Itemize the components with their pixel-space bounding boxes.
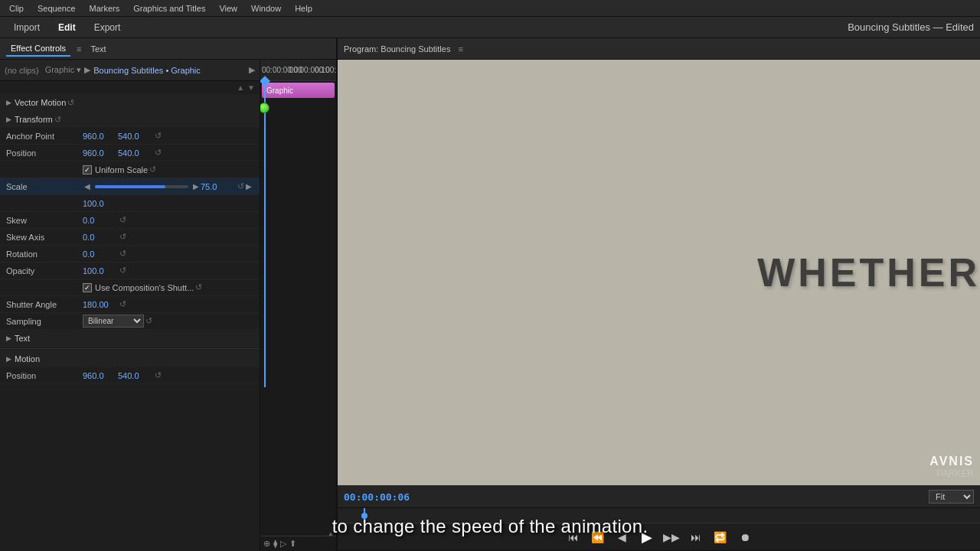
tab-text[interactable]: Text <box>86 42 110 56</box>
transport-loop[interactable]: 🔁 <box>710 527 730 547</box>
ruler-time-15: 00:00:00:15 <box>315 66 336 74</box>
scale-value[interactable]: 75.0 <box>201 182 231 191</box>
anchor-point-y[interactable]: 540.0 <box>118 132 149 141</box>
keyframe-dot[interactable] <box>260 103 270 113</box>
position-reset[interactable]: ↺ <box>155 148 162 158</box>
uniform-scale-reset[interactable]: ↺ <box>149 165 156 174</box>
skew-row: Skew 0.0 ↺ <box>0 212 260 229</box>
graphic-clip[interactable]: Graphic <box>262 83 335 98</box>
vector-motion-reset[interactable]: ↺ <box>67 98 74 108</box>
rotation-row: Rotation 0.0 ↺ <box>0 246 260 262</box>
sampling-row: Sampling Bilinear Bicubic ↺ <box>0 313 260 330</box>
transform-reset[interactable]: ↺ <box>54 115 61 125</box>
skew-label: Skew <box>6 216 83 225</box>
opacity-row: Opacity 100.0 ↺ <box>0 262 260 279</box>
anchor-point-x[interactable]: 960.0 <box>83 132 113 141</box>
use-composition-reset[interactable]: ↺ <box>195 282 202 292</box>
watermark: AVNIS PARKER <box>929 455 974 479</box>
bottom-position-y[interactable]: 540.0 <box>118 371 149 380</box>
transport-play-back[interactable]: ◀ <box>612 527 632 547</box>
shutter-angle-reset[interactable]: ↺ <box>119 299 126 309</box>
graphic-clip-label: Graphic <box>266 86 293 95</box>
monitor-timecode[interactable]: 00:00:00:06 <box>344 491 413 503</box>
text-header[interactable]: ▶ Text <box>0 330 260 347</box>
position-y[interactable]: 540.0 <box>118 148 149 158</box>
rotation-value[interactable]: 0.0 <box>83 249 113 259</box>
panel-menu-icon[interactable]: ≡ <box>77 44 81 54</box>
scale-row: Scale ◀ ▶ 75.0 ↺ ▶ <box>0 178 260 195</box>
skew-value[interactable]: 0.0 <box>83 216 113 225</box>
menu-markers[interactable]: Markers <box>83 2 126 15</box>
motion-header[interactable]: ▶ Motion <box>0 350 260 367</box>
menu-window[interactable]: Window <box>245 2 287 15</box>
clip-expand[interactable]: ▶ <box>249 65 255 75</box>
vector-motion-header[interactable]: ▶ Vector Motion ↺ <box>0 94 260 111</box>
scroll-down[interactable]: ▼ <box>246 82 256 93</box>
menu-help[interactable]: Help <box>289 2 318 15</box>
position-x[interactable]: 960.0 <box>83 148 113 158</box>
monitor-controls: 00:00:00:06 Fit 25% 50% 100% <box>338 485 980 508</box>
menu-sequence[interactable]: Sequence <box>31 2 82 15</box>
timeline-zoom-icon[interactable]: ⊕ <box>263 539 270 549</box>
bottom-position-label: Position <box>6 371 83 380</box>
timeline-forward-icon[interactable]: ▷ <box>280 539 286 549</box>
transport-play-forward[interactable]: ▶▶ <box>662 527 681 547</box>
skew-reset[interactable]: ↺ <box>119 215 126 225</box>
menu-view[interactable]: View <box>213 2 243 15</box>
transport-to-start[interactable]: ⏮ <box>564 527 583 547</box>
timeline-export-icon[interactable]: ⬆ <box>289 539 296 549</box>
monitor-timeline-strip[interactable] <box>338 508 980 523</box>
skew-axis-value[interactable]: 0.0 <box>83 233 113 242</box>
tab-effect-controls[interactable]: Effect Controls <box>6 41 70 57</box>
sampling-select[interactable]: Bilinear Bicubic <box>83 315 144 328</box>
transport-to-end[interactable]: ⏭ <box>686 527 706 547</box>
opacity-label: Opacity <box>6 266 83 276</box>
skew-axis-label: Skew Axis <box>6 233 83 242</box>
scale-secondary-row: 100.0 <box>0 195 260 212</box>
menu-graphics-titles[interactable]: Graphics and Titles <box>127 2 211 15</box>
bottom-position-reset[interactable]: ↺ <box>155 370 162 380</box>
monitor-header: Program: Bouncing Subtitles ≡ <box>338 38 980 60</box>
skew-axis-reset[interactable]: ↺ <box>119 232 126 242</box>
scale-next[interactable]: ▶ <box>191 182 201 191</box>
main-layout: Effect Controls ≡ Text (no clips) Graphi… <box>0 38 980 551</box>
clip-name[interactable]: Bouncing Subtitles • Graphic <box>93 66 201 75</box>
scale-bar[interactable] <box>95 185 188 188</box>
monitor-fit-select[interactable]: Fit 25% 50% 100% <box>929 490 974 504</box>
scale-expand[interactable]: ▶ <box>244 182 253 191</box>
sampling-label: Sampling <box>6 317 83 326</box>
bottom-position-x[interactable]: 960.0 <box>83 371 113 380</box>
transport-play[interactable]: ▶ <box>637 527 657 547</box>
shutter-angle-value[interactable]: 180.00 <box>83 300 113 309</box>
uniform-scale-checkbox[interactable] <box>83 165 92 174</box>
menu-clip[interactable]: Clip <box>3 2 30 15</box>
no-clips-label: (no clips) <box>5 66 39 75</box>
nav-import[interactable]: Import <box>6 20 47 35</box>
transform-label: Transform <box>15 115 53 124</box>
graphic-dropdown[interactable]: Graphic ▾ <box>45 65 82 75</box>
transport-record[interactable]: ⏺ <box>735 527 755 547</box>
nav-edit[interactable]: Edit <box>51 20 83 35</box>
sampling-reset[interactable]: ↺ <box>145 316 152 326</box>
scroll-up[interactable]: ▲ <box>235 82 246 93</box>
scale-reset[interactable]: ↺ <box>237 181 244 191</box>
nav-export[interactable]: Export <box>87 20 129 35</box>
scale-prev[interactable]: ◀ <box>83 182 92 191</box>
effect-controls-panel: Effect Controls ≡ Text (no clips) Graphi… <box>0 38 337 551</box>
timeline-playhead[interactable] <box>264 81 266 387</box>
scale-secondary-value[interactable]: 100.0 <box>83 199 113 208</box>
rotation-reset[interactable]: ↺ <box>119 249 126 259</box>
monitor-menu-icon[interactable]: ≡ <box>458 44 462 54</box>
transform-header[interactable]: ▶ Transform ↺ <box>0 111 260 128</box>
skew-axis-row: Skew Axis 0.0 ↺ <box>0 229 260 246</box>
motion-label: Motion <box>15 354 40 364</box>
clip-nav-arrow[interactable]: ▶ <box>84 65 90 75</box>
opacity-reset[interactable]: ↺ <box>119 266 126 276</box>
motion-arrow: ▶ <box>6 355 11 363</box>
transport-step-back[interactable]: ⏪ <box>588 527 608 547</box>
shutter-angle-row: Shutter Angle 180.00 ↺ <box>0 296 260 313</box>
opacity-value[interactable]: 100.0 <box>83 266 113 276</box>
anchor-point-reset[interactable]: ↺ <box>155 131 162 141</box>
timeline-filter-icon[interactable]: ⧫ <box>273 539 277 549</box>
use-composition-checkbox[interactable] <box>83 283 92 292</box>
